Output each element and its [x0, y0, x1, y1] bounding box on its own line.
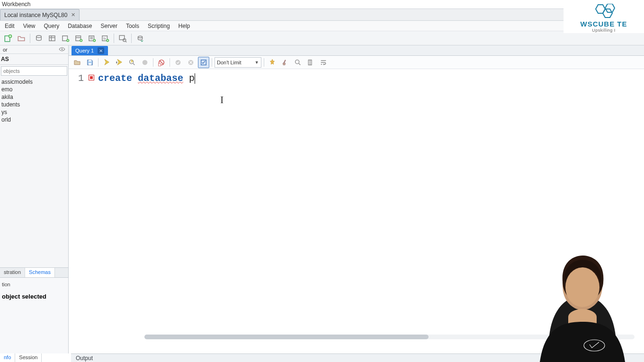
- error-marker-icon: [89, 75, 94, 80]
- svg-point-21: [143, 60, 148, 65]
- limit-rows-dropdown[interactable]: Don't Limit ▼: [215, 57, 261, 68]
- scrollbar-thumb[interactable]: [144, 335, 429, 339]
- main-toolbar: fx: [0, 31, 644, 45]
- find-icon[interactable]: [292, 57, 304, 68]
- gutter: 1: [69, 69, 98, 353]
- schema-item[interactable]: assicmodels: [0, 78, 68, 86]
- connection-tab-label: Local instance MySQL80: [4, 12, 67, 18]
- query-tab-label: Query 1: [75, 48, 94, 53]
- svg-point-33: [565, 267, 599, 307]
- wrap-icon[interactable]: [318, 57, 329, 68]
- toolbar-separator: [264, 58, 264, 67]
- commit-icon[interactable]: [172, 57, 184, 68]
- schema-item[interactable]: emo: [0, 86, 68, 93]
- invisible-chars-icon[interactable]: [305, 57, 316, 68]
- tab-session[interactable]: Session: [15, 353, 42, 362]
- information-panel: tion object selected: [0, 278, 68, 353]
- navigator-label: or: [3, 47, 8, 53]
- keyword-create: create: [98, 73, 132, 84]
- svg-rect-18: [89, 60, 91, 61]
- svg-point-24: [176, 60, 181, 65]
- open-file-icon[interactable]: [72, 57, 83, 68]
- menu-bar: Edit View Query Database Server Tools Sc…: [0, 21, 644, 31]
- information-label: tion: [2, 281, 66, 288]
- svg-point-27: [295, 60, 299, 63]
- toolbar-separator: [131, 34, 132, 43]
- cleanup-icon[interactable]: [279, 57, 291, 68]
- schema-item[interactable]: akila: [0, 93, 68, 101]
- menu-query[interactable]: Query: [40, 22, 63, 30]
- execute-icon[interactable]: [101, 57, 112, 68]
- schema-item[interactable]: orld: [0, 116, 68, 124]
- eye-icon[interactable]: [59, 47, 65, 53]
- add-view-icon[interactable]: [72, 32, 85, 44]
- toolbar-separator: [30, 34, 30, 43]
- query-tab[interactable]: Query 1 ✕: [72, 46, 108, 55]
- info-bottom-tabs: nfo Session: [0, 353, 42, 362]
- tab-administration[interactable]: stration: [0, 268, 25, 277]
- app-title-bar: Workbench: [0, 0, 644, 9]
- tab-schemas[interactable]: Schemas: [25, 268, 55, 277]
- reconnect-icon[interactable]: [134, 32, 146, 44]
- app-title: Workbench: [2, 1, 30, 8]
- menu-tools[interactable]: Tools: [122, 22, 143, 30]
- svg-rect-23: [158, 63, 161, 66]
- svg-point-16: [62, 48, 63, 50]
- svg-marker-31: [605, 4, 615, 12]
- code-text: p: [183, 73, 195, 84]
- toolbar-separator: [153, 58, 153, 67]
- add-function-icon[interactable]: fx: [99, 32, 111, 44]
- navigator-bottom-tabs: stration Schemas: [0, 267, 68, 278]
- stop-on-error-icon[interactable]: [156, 57, 167, 68]
- svg-rect-17: [89, 63, 91, 65]
- autocommit-toggle-icon[interactable]: [198, 57, 209, 68]
- menu-server[interactable]: Server: [97, 22, 121, 30]
- menu-scripting[interactable]: Scripting: [144, 22, 174, 30]
- query-tab-bar: Query 1 ✕: [69, 45, 644, 56]
- no-object-selected: object selected: [2, 288, 66, 300]
- table-icon[interactable]: [46, 32, 58, 44]
- svg-rect-19: [116, 62, 117, 63]
- menu-database[interactable]: Database: [64, 22, 96, 30]
- schema-item[interactable]: tudents: [0, 101, 68, 108]
- rollback-icon[interactable]: [185, 57, 197, 68]
- query-toolbar: Don't Limit ▼: [69, 56, 644, 69]
- new-sql-tab-icon[interactable]: [2, 32, 14, 44]
- svg-marker-30: [603, 9, 612, 18]
- close-icon[interactable]: ✕: [98, 47, 104, 54]
- schema-list: assicmodels emo akila tudents ys orld: [0, 77, 68, 267]
- menu-edit[interactable]: Edit: [1, 22, 18, 30]
- explain-icon[interactable]: [126, 57, 138, 68]
- text-cursor: [195, 73, 195, 84]
- toolbar-separator: [114, 34, 114, 43]
- brand-name: WSCUBE TE: [581, 20, 627, 28]
- code-line[interactable]: create database p: [98, 72, 644, 85]
- output-label: Output: [76, 355, 93, 362]
- connection-tab[interactable]: Local instance MySQL80 ✕: [0, 9, 80, 20]
- navigator-panel: or AS assicmodels emo akila tudents ys o…: [0, 45, 69, 353]
- tab-object-info[interactable]: nfo: [0, 353, 15, 362]
- brand-tagline: Upskilling I: [592, 28, 616, 33]
- stop-icon[interactable]: [139, 57, 151, 68]
- schema-item[interactable]: ys: [0, 108, 68, 116]
- schemas-heading: AS: [0, 54, 68, 65]
- brand-logo: WSCUBE TE Upskilling I: [564, 0, 644, 33]
- menu-help[interactable]: Help: [175, 22, 194, 30]
- chevron-down-icon: ▼: [255, 60, 259, 65]
- connection-tab-bar: Local instance MySQL80 ✕: [0, 9, 644, 21]
- add-routine-icon[interactable]: [86, 32, 98, 44]
- menu-view[interactable]: View: [19, 22, 39, 30]
- save-icon[interactable]: [84, 57, 96, 68]
- inspector-icon[interactable]: [33, 32, 45, 44]
- navigator-header: or: [0, 45, 68, 54]
- toolbar-separator: [212, 58, 212, 67]
- line-number: 1: [69, 72, 96, 85]
- beautify-icon[interactable]: [267, 57, 278, 68]
- search-table-icon[interactable]: [116, 32, 129, 44]
- close-icon[interactable]: ✕: [71, 12, 75, 18]
- open-sql-icon[interactable]: [15, 32, 27, 44]
- execute-current-icon[interactable]: [114, 57, 125, 68]
- add-table-icon[interactable]: [59, 32, 72, 44]
- filter-container: [1, 66, 67, 76]
- filter-objects-input[interactable]: [1, 66, 67, 76]
